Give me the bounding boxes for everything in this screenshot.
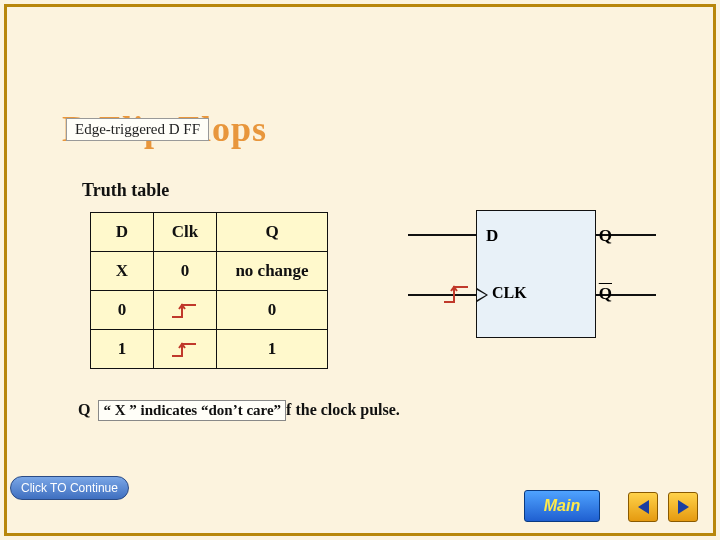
continue-button[interactable]: Click TO Continue xyxy=(10,476,129,500)
cell-q: 0 xyxy=(217,291,328,330)
footnote-tail: f the clock pulse. xyxy=(286,401,400,418)
arrow-left-icon xyxy=(638,500,649,514)
rising-edge-icon xyxy=(170,301,200,321)
clock-triangle-fill xyxy=(477,290,486,300)
prev-button[interactable] xyxy=(628,492,658,522)
pin-label-clk: CLK xyxy=(492,284,527,302)
truth-table-heading: Truth table xyxy=(82,180,169,201)
table-row: D Clk Q xyxy=(91,213,328,252)
wire-d xyxy=(408,234,476,236)
cell-d: 0 xyxy=(91,291,154,330)
cell-clk xyxy=(154,330,217,369)
cell-d: X xyxy=(91,252,154,291)
cell-q: no change xyxy=(217,252,328,291)
footnote: Q “ X ” indicates “don’t care”f the cloc… xyxy=(78,400,400,421)
flip-flop-diagram: D Q CLK Q xyxy=(446,210,624,336)
truth-table: D Clk Q X 0 no change 0 0 1 1 xyxy=(90,212,328,369)
header-q: Q xyxy=(217,213,328,252)
pin-label-d: D xyxy=(486,226,498,246)
slide-subtitle-box: Edge-triggered D FF xyxy=(66,118,209,141)
arrow-right-icon xyxy=(678,500,689,514)
cell-clk xyxy=(154,291,217,330)
main-button[interactable]: Main xyxy=(524,490,600,522)
footnote-q: Q xyxy=(78,401,90,418)
cell-q: 1 xyxy=(217,330,328,369)
rising-edge-icon xyxy=(170,340,200,360)
pin-label-qbar: Q xyxy=(599,284,612,304)
header-clk: Clk xyxy=(154,213,217,252)
header-d: D xyxy=(91,213,154,252)
table-row: 0 0 xyxy=(91,291,328,330)
pin-label-q: Q xyxy=(599,226,612,246)
cell-d: 1 xyxy=(91,330,154,369)
table-row: 1 1 xyxy=(91,330,328,369)
rising-edge-icon xyxy=(442,282,472,306)
table-row: X 0 no change xyxy=(91,252,328,291)
footnote-box: “ X ” indicates “don’t care” xyxy=(98,400,286,421)
next-button[interactable] xyxy=(668,492,698,522)
cell-clk: 0 xyxy=(154,252,217,291)
title-area: D Flip-Flops Edge-triggered D FF xyxy=(62,108,267,150)
